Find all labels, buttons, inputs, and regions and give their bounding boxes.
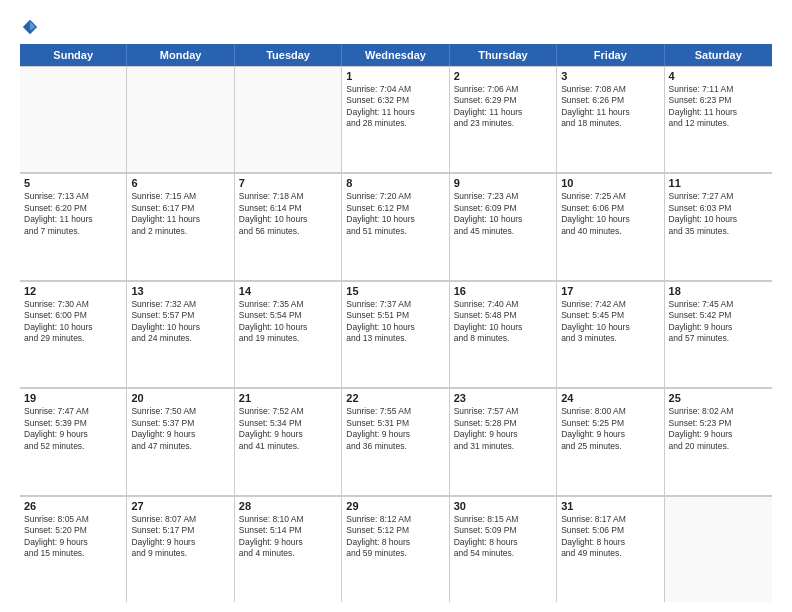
day-number: 27 [131,500,229,512]
day-number: 7 [239,177,337,189]
day-info: Sunrise: 8:10 AM Sunset: 5:14 PM Dayligh… [239,514,337,560]
calendar-cell: 6Sunrise: 7:15 AM Sunset: 6:17 PM Daylig… [127,173,234,279]
calendar-cell: 12Sunrise: 7:30 AM Sunset: 6:00 PM Dayli… [20,281,127,387]
day-info: Sunrise: 7:23 AM Sunset: 6:09 PM Dayligh… [454,191,552,237]
calendar-cell: 22Sunrise: 7:55 AM Sunset: 5:31 PM Dayli… [342,388,449,494]
day-number: 18 [669,285,768,297]
page: SundayMondayTuesdayWednesdayThursdayFrid… [0,0,792,612]
day-info: Sunrise: 7:25 AM Sunset: 6:06 PM Dayligh… [561,191,659,237]
day-number: 9 [454,177,552,189]
calendar-row: 5Sunrise: 7:13 AM Sunset: 6:20 PM Daylig… [20,173,772,280]
calendar-cell: 8Sunrise: 7:20 AM Sunset: 6:12 PM Daylig… [342,173,449,279]
day-number: 13 [131,285,229,297]
calendar-cell: 11Sunrise: 7:27 AM Sunset: 6:03 PM Dayli… [665,173,772,279]
day-info: Sunrise: 8:02 AM Sunset: 5:23 PM Dayligh… [669,406,768,452]
calendar-cell: 14Sunrise: 7:35 AM Sunset: 5:54 PM Dayli… [235,281,342,387]
day-info: Sunrise: 8:17 AM Sunset: 5:06 PM Dayligh… [561,514,659,560]
calendar-cell: 29Sunrise: 8:12 AM Sunset: 5:12 PM Dayli… [342,496,449,602]
calendar-cell: 21Sunrise: 7:52 AM Sunset: 5:34 PM Dayli… [235,388,342,494]
day-info: Sunrise: 7:47 AM Sunset: 5:39 PM Dayligh… [24,406,122,452]
day-number: 24 [561,392,659,404]
day-info: Sunrise: 8:05 AM Sunset: 5:20 PM Dayligh… [24,514,122,560]
day-number: 30 [454,500,552,512]
day-info: Sunrise: 8:00 AM Sunset: 5:25 PM Dayligh… [561,406,659,452]
day-number: 1 [346,70,444,82]
calendar-cell: 3Sunrise: 7:08 AM Sunset: 6:26 PM Daylig… [557,66,664,172]
day-number: 28 [239,500,337,512]
weekday-header: Sunday [20,44,127,66]
day-info: Sunrise: 7:20 AM Sunset: 6:12 PM Dayligh… [346,191,444,237]
day-number: 20 [131,392,229,404]
day-number: 25 [669,392,768,404]
day-number: 16 [454,285,552,297]
day-info: Sunrise: 7:35 AM Sunset: 5:54 PM Dayligh… [239,299,337,345]
weekday-header: Tuesday [235,44,342,66]
day-info: Sunrise: 7:11 AM Sunset: 6:23 PM Dayligh… [669,84,768,130]
day-info: Sunrise: 7:27 AM Sunset: 6:03 PM Dayligh… [669,191,768,237]
calendar-cell: 28Sunrise: 8:10 AM Sunset: 5:14 PM Dayli… [235,496,342,602]
calendar-cell: 2Sunrise: 7:06 AM Sunset: 6:29 PM Daylig… [450,66,557,172]
day-info: Sunrise: 7:06 AM Sunset: 6:29 PM Dayligh… [454,84,552,130]
calendar-row: 1Sunrise: 7:04 AM Sunset: 6:32 PM Daylig… [20,66,772,173]
calendar-cell [20,66,127,172]
day-number: 15 [346,285,444,297]
calendar-row: 26Sunrise: 8:05 AM Sunset: 5:20 PM Dayli… [20,496,772,602]
calendar-cell: 27Sunrise: 8:07 AM Sunset: 5:17 PM Dayli… [127,496,234,602]
header [20,18,772,34]
day-number: 8 [346,177,444,189]
day-info: Sunrise: 8:07 AM Sunset: 5:17 PM Dayligh… [131,514,229,560]
day-number: 5 [24,177,122,189]
logo-icon [21,18,39,36]
weekday-header: Friday [557,44,664,66]
calendar-body: 1Sunrise: 7:04 AM Sunset: 6:32 PM Daylig… [20,66,772,602]
day-info: Sunrise: 7:57 AM Sunset: 5:28 PM Dayligh… [454,406,552,452]
calendar-cell: 24Sunrise: 8:00 AM Sunset: 5:25 PM Dayli… [557,388,664,494]
calendar-cell: 15Sunrise: 7:37 AM Sunset: 5:51 PM Dayli… [342,281,449,387]
calendar-cell: 10Sunrise: 7:25 AM Sunset: 6:06 PM Dayli… [557,173,664,279]
calendar-cell [235,66,342,172]
day-number: 11 [669,177,768,189]
calendar-cell: 20Sunrise: 7:50 AM Sunset: 5:37 PM Dayli… [127,388,234,494]
day-number: 2 [454,70,552,82]
day-number: 12 [24,285,122,297]
calendar-row: 12Sunrise: 7:30 AM Sunset: 6:00 PM Dayli… [20,281,772,388]
day-number: 17 [561,285,659,297]
calendar: SundayMondayTuesdayWednesdayThursdayFrid… [20,44,772,602]
calendar-cell: 16Sunrise: 7:40 AM Sunset: 5:48 PM Dayli… [450,281,557,387]
day-number: 29 [346,500,444,512]
calendar-cell: 9Sunrise: 7:23 AM Sunset: 6:09 PM Daylig… [450,173,557,279]
day-info: Sunrise: 8:15 AM Sunset: 5:09 PM Dayligh… [454,514,552,560]
day-number: 19 [24,392,122,404]
day-info: Sunrise: 7:15 AM Sunset: 6:17 PM Dayligh… [131,191,229,237]
day-number: 22 [346,392,444,404]
calendar-cell: 13Sunrise: 7:32 AM Sunset: 5:57 PM Dayli… [127,281,234,387]
calendar-cell: 7Sunrise: 7:18 AM Sunset: 6:14 PM Daylig… [235,173,342,279]
day-info: Sunrise: 7:13 AM Sunset: 6:20 PM Dayligh… [24,191,122,237]
calendar-cell: 1Sunrise: 7:04 AM Sunset: 6:32 PM Daylig… [342,66,449,172]
calendar-cell: 18Sunrise: 7:45 AM Sunset: 5:42 PM Dayli… [665,281,772,387]
day-number: 23 [454,392,552,404]
calendar-cell: 5Sunrise: 7:13 AM Sunset: 6:20 PM Daylig… [20,173,127,279]
weekday-header: Thursday [450,44,557,66]
day-info: Sunrise: 7:42 AM Sunset: 5:45 PM Dayligh… [561,299,659,345]
day-info: Sunrise: 8:12 AM Sunset: 5:12 PM Dayligh… [346,514,444,560]
calendar-cell: 31Sunrise: 8:17 AM Sunset: 5:06 PM Dayli… [557,496,664,602]
day-number: 31 [561,500,659,512]
calendar-cell: 30Sunrise: 8:15 AM Sunset: 5:09 PM Dayli… [450,496,557,602]
logo [20,18,39,34]
day-info: Sunrise: 7:55 AM Sunset: 5:31 PM Dayligh… [346,406,444,452]
weekday-header: Wednesday [342,44,449,66]
day-number: 14 [239,285,337,297]
day-info: Sunrise: 7:40 AM Sunset: 5:48 PM Dayligh… [454,299,552,345]
weekday-header: Saturday [665,44,772,66]
day-number: 21 [239,392,337,404]
calendar-cell [665,496,772,602]
day-number: 4 [669,70,768,82]
calendar-cell: 17Sunrise: 7:42 AM Sunset: 5:45 PM Dayli… [557,281,664,387]
day-number: 26 [24,500,122,512]
day-info: Sunrise: 7:04 AM Sunset: 6:32 PM Dayligh… [346,84,444,130]
day-info: Sunrise: 7:08 AM Sunset: 6:26 PM Dayligh… [561,84,659,130]
day-info: Sunrise: 7:30 AM Sunset: 6:00 PM Dayligh… [24,299,122,345]
day-number: 3 [561,70,659,82]
calendar-cell: 25Sunrise: 8:02 AM Sunset: 5:23 PM Dayli… [665,388,772,494]
